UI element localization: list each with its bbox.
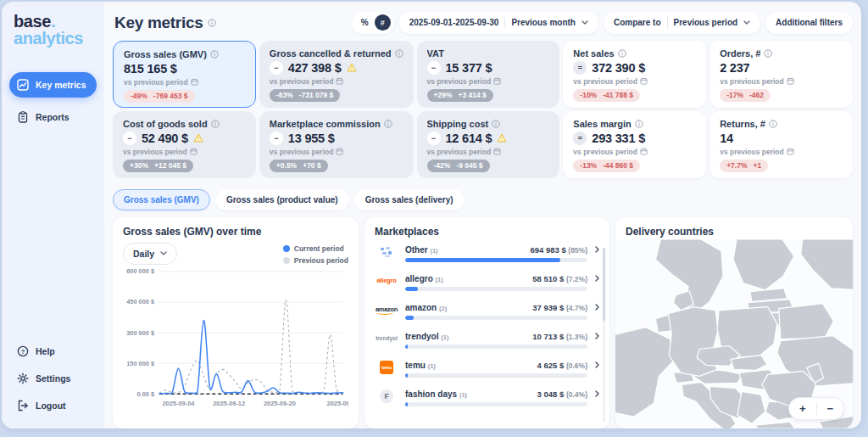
metric-card-gross-sales-gmv[interactable]: Gross sales (GMV)815 165 $vs previous pe… (113, 41, 256, 108)
logout-icon (17, 400, 29, 412)
compare-to-value: Previous period (674, 18, 738, 27)
marketplace-body: amazon (2)37 939 $ (4.7%) (405, 303, 599, 329)
unit-toggle[interactable]: % # (352, 12, 394, 34)
marketplace-body: fashion days (1)3 048 $ (0.4%) (405, 389, 599, 411)
marketplace-name: allegro (1) (405, 274, 443, 283)
info-icon[interactable] (618, 49, 626, 58)
clipboard-icon (17, 111, 29, 123)
sidebar-footer: ?HelpSettingsLogout (9, 340, 97, 417)
marketplace-share-bar (405, 345, 587, 349)
tab-gross-sales-gmv[interactable]: Gross sales (GMV) (113, 189, 210, 210)
metric-title: Marketplace commission (270, 119, 381, 129)
page-title-wrap: Key metrics (113, 14, 216, 32)
chevron-right-icon[interactable] (595, 246, 599, 253)
tab-gross-sales-delivery[interactable]: Gross sales (delivery) (354, 189, 465, 210)
marketplace-row-trendyol[interactable]: trendyoltrendyol (1)10 713 $ (1.3%) (375, 329, 599, 358)
warning-icon[interactable] (497, 133, 507, 143)
info-icon[interactable] (635, 120, 643, 128)
warning-icon[interactable] (347, 63, 357, 72)
sidebar-item-label: Help (36, 346, 55, 356)
unit-number-option[interactable]: # (375, 14, 391, 31)
x-axis-label: 2025-09-20 (264, 400, 296, 407)
info-icon[interactable] (769, 120, 777, 128)
chevron-right-icon[interactable] (595, 275, 599, 282)
sidebar-item-reports[interactable]: Reports (9, 104, 97, 130)
help-icon: ? (17, 345, 29, 357)
change-percent: +0.5% (276, 161, 297, 170)
divider (504, 17, 505, 28)
marketplace-icon: F (375, 389, 398, 403)
info-icon[interactable] (210, 50, 219, 59)
marketplace-row-amazon[interactable]: amazonamazon (2)37 939 $ (4.7%) (375, 300, 599, 329)
metric-title: Gross sales (GMV) (124, 49, 207, 59)
app-frame: base. analytics Key metricsReports ?Help… (2, 2, 861, 429)
sidebar-item-logout[interactable]: Logout (9, 395, 97, 417)
legend-item-previous-period[interactable]: Previous period (283, 256, 348, 265)
additional-filters-button[interactable]: Additional filters (765, 12, 853, 34)
chevron-right-icon[interactable] (595, 361, 599, 368)
metric-card-orders[interactable]: Orders, #2 237vs previous period-17%-462 (709, 41, 853, 108)
period-preset-value: Previous month (511, 18, 576, 27)
chart-title: Gross sales (GMV) over time (123, 226, 348, 238)
info-icon[interactable] (492, 120, 500, 128)
marketplace-row-allegro[interactable]: allegroallegro (1)58 510 $ (7.2%) (375, 272, 599, 300)
chart-icon (17, 79, 29, 91)
vs-previous-period-label: vs previous period (270, 77, 334, 86)
sidebar-item-help[interactable]: ?Help (9, 340, 97, 362)
info-icon[interactable] (208, 15, 216, 31)
change-badge: +30%+12 045 $ (123, 160, 193, 172)
sidebar-item-key-metrics[interactable]: Key metrics (9, 72, 97, 98)
chevron-down-icon (160, 251, 167, 255)
metric-card-net-sales[interactable]: Net sales=372 390 $vs previous period-10… (563, 41, 706, 108)
chevron-right-icon[interactable] (595, 304, 599, 311)
divider (667, 17, 668, 28)
marketplace-icon: temu (375, 361, 398, 374)
metric-card-returns[interactable]: Returns, #14vs previous period+7.7%+1 (709, 111, 853, 178)
change-badge: -17%-462 (720, 89, 771, 102)
unit-percent-option[interactable]: % (361, 18, 369, 27)
metric-card-gross-cancelled-returned[interactable]: Gross cancelled & returned−427 398 $vs p… (259, 41, 414, 108)
metric-title: Cost of goods sold (123, 119, 208, 129)
marketplace-row-other[interactable]: Other (1)694 983 $ (85%) (375, 243, 599, 272)
marketplace-value: 4 625 $ (0.6%) (537, 361, 587, 370)
legend-item-current-period[interactable]: Current period (283, 244, 344, 253)
metric-title: Net sales (573, 48, 614, 59)
marketplace-row-temu[interactable]: temutemu (1)4 625 $ (0.6%) (375, 358, 599, 387)
scrollbar[interactable] (603, 248, 605, 422)
metric-card-marketplace-commission[interactable]: Marketplace commission−13 955 $vs previo… (259, 111, 414, 178)
marketplace-body: temu (1)4 625 $ (0.6%) (405, 361, 599, 387)
chevron-right-icon[interactable] (595, 333, 599, 339)
metric-title: VAT (427, 48, 444, 59)
vs-previous-period-label: vs previous period (573, 77, 637, 86)
compare-to-picker[interactable]: Compare to Previous period (604, 12, 760, 34)
chevron-right-icon[interactable] (595, 390, 599, 397)
info-icon[interactable] (395, 49, 403, 58)
map-country-belarus[interactable] (779, 304, 834, 339)
info-icon[interactable] (764, 49, 772, 58)
metric-card-vat[interactable]: VAT−15 377 $vs previous period+29%+3 414… (417, 41, 560, 108)
sidebar-item-settings[interactable]: Settings (9, 367, 97, 389)
zoom-in-button[interactable]: + (789, 398, 816, 419)
marketplace-row-fashion-days[interactable]: Ffashion days (1)3 048 $ (0.4%) (375, 387, 599, 411)
date-range-picker[interactable]: 2025-09-01-2025-09-30 Previous month (399, 12, 598, 34)
tab-gross-sales-product-value[interactable]: Gross sales (product value) (215, 189, 349, 210)
metric-value: 52 490 $ (142, 132, 188, 145)
marketplace-body: trendyol (1)10 713 $ (1.3%) (405, 332, 599, 358)
metric-card-cost-of-goods-sold[interactable]: Cost of goods sold−52 490 $vs previous p… (113, 111, 256, 178)
metric-card-sales-margin[interactable]: Sales margin=293 331 $vs previous period… (563, 111, 706, 178)
marketplace-name: temu (1) (405, 361, 436, 370)
granularity-select[interactable]: Daily (123, 243, 177, 265)
minus-chip-icon: − (270, 132, 283, 145)
metric-card-shipping-cost[interactable]: Shipping cost−12 614 $vs previous period… (417, 111, 560, 178)
legend-dot (283, 257, 290, 264)
change-percent: -42% (434, 161, 451, 170)
other-marketplace-logo (380, 246, 393, 258)
map-title: Delivery countries (626, 226, 714, 238)
scrollbar-thumb[interactable] (603, 248, 605, 321)
warning-icon[interactable] (193, 133, 203, 143)
series-current-period-line (159, 320, 342, 393)
info-icon[interactable] (384, 120, 392, 128)
info-icon[interactable] (211, 120, 220, 128)
change-delta: +70 $ (303, 161, 321, 170)
zoom-out-button[interactable]: − (817, 398, 844, 419)
